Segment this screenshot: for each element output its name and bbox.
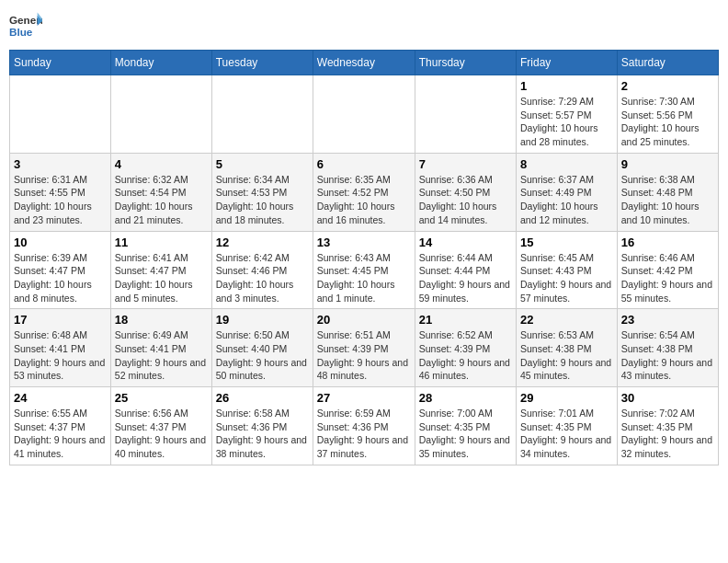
header-sunday: Sunday <box>10 51 111 75</box>
day-info: Sunrise: 6:55 AM Sunset: 4:37 PM Dayligh… <box>14 407 107 461</box>
calendar-cell: 25Sunrise: 6:56 AM Sunset: 4:37 PM Dayli… <box>110 387 211 465</box>
day-number: 7 <box>419 157 512 171</box>
day-number: 2 <box>621 79 714 93</box>
day-number: 26 <box>216 391 309 405</box>
calendar-cell <box>211 75 313 154</box>
day-info: Sunrise: 6:56 AM Sunset: 4:37 PM Dayligh… <box>115 407 208 461</box>
calendar-cell <box>110 75 211 154</box>
day-info: Sunrise: 7:00 AM Sunset: 4:35 PM Dayligh… <box>419 407 512 461</box>
day-number: 6 <box>317 157 411 171</box>
calendar-cell: 24Sunrise: 6:55 AM Sunset: 4:37 PM Dayli… <box>10 387 111 465</box>
header-wednesday: Wednesday <box>313 51 415 75</box>
day-info: Sunrise: 6:41 AM Sunset: 4:47 PM Dayligh… <box>115 251 208 305</box>
day-info: Sunrise: 7:02 AM Sunset: 4:35 PM Dayligh… <box>621 407 714 461</box>
day-number: 9 <box>621 157 714 171</box>
day-number: 13 <box>317 236 411 249</box>
day-info: Sunrise: 6:37 AM Sunset: 4:49 PM Dayligh… <box>520 173 613 227</box>
day-info: Sunrise: 6:31 AM Sunset: 4:55 PM Dayligh… <box>14 173 107 227</box>
week-row-0: 1Sunrise: 7:29 AM Sunset: 5:57 PM Daylig… <box>10 75 719 154</box>
svg-text:Blue: Blue <box>9 26 33 38</box>
day-number: 24 <box>14 391 107 405</box>
calendar-cell: 29Sunrise: 7:01 AM Sunset: 4:35 PM Dayli… <box>516 387 617 465</box>
day-number: 12 <box>216 236 309 249</box>
day-number: 5 <box>216 157 309 171</box>
calendar-cell: 3Sunrise: 6:31 AM Sunset: 4:55 PM Daylig… <box>10 153 111 231</box>
day-info: Sunrise: 6:39 AM Sunset: 4:47 PM Dayligh… <box>14 251 107 305</box>
logo: General Blue <box>9 9 42 42</box>
calendar-cell: 12Sunrise: 6:42 AM Sunset: 4:46 PM Dayli… <box>211 231 313 309</box>
calendar-cell: 15Sunrise: 6:45 AM Sunset: 4:43 PM Dayli… <box>516 231 617 309</box>
day-info: Sunrise: 6:36 AM Sunset: 4:50 PM Dayligh… <box>419 173 512 227</box>
day-info: Sunrise: 6:54 AM Sunset: 4:38 PM Dayligh… <box>621 328 714 383</box>
calendar-cell: 5Sunrise: 6:34 AM Sunset: 4:53 PM Daylig… <box>211 153 313 231</box>
day-info: Sunrise: 6:32 AM Sunset: 4:54 PM Dayligh… <box>115 173 208 227</box>
calendar-cell: 2Sunrise: 7:30 AM Sunset: 5:56 PM Daylig… <box>617 75 718 154</box>
calendar-cell: 6Sunrise: 6:35 AM Sunset: 4:52 PM Daylig… <box>313 153 415 231</box>
calendar-cell: 10Sunrise: 6:39 AM Sunset: 4:47 PM Dayli… <box>10 231 111 309</box>
day-number: 25 <box>115 391 208 405</box>
calendar-cell: 18Sunrise: 6:49 AM Sunset: 4:41 PM Dayli… <box>110 309 211 387</box>
day-number: 18 <box>115 313 208 327</box>
calendar-cell: 9Sunrise: 6:38 AM Sunset: 4:48 PM Daylig… <box>617 153 718 231</box>
header-friday: Friday <box>516 51 617 75</box>
day-info: Sunrise: 6:59 AM Sunset: 4:36 PM Dayligh… <box>317 407 411 461</box>
calendar-cell: 27Sunrise: 6:59 AM Sunset: 4:36 PM Dayli… <box>313 387 415 465</box>
day-info: Sunrise: 6:46 AM Sunset: 4:42 PM Dayligh… <box>621 251 714 305</box>
calendar-cell: 20Sunrise: 6:51 AM Sunset: 4:39 PM Dayli… <box>313 309 415 387</box>
day-number: 17 <box>14 313 107 327</box>
calendar-cell: 23Sunrise: 6:54 AM Sunset: 4:38 PM Dayli… <box>617 309 718 387</box>
day-info: Sunrise: 6:44 AM Sunset: 4:44 PM Dayligh… <box>419 251 512 305</box>
day-number: 8 <box>520 157 613 171</box>
day-number: 23 <box>621 313 714 327</box>
header-tuesday: Tuesday <box>211 51 313 75</box>
day-info: Sunrise: 7:30 AM Sunset: 5:56 PM Dayligh… <box>621 95 714 149</box>
day-number: 15 <box>520 236 613 249</box>
calendar-cell: 19Sunrise: 6:50 AM Sunset: 4:40 PM Dayli… <box>211 309 313 387</box>
page-header: General Blue <box>9 9 719 42</box>
calendar-cell: 22Sunrise: 6:53 AM Sunset: 4:38 PM Dayli… <box>516 309 617 387</box>
calendar-cell: 17Sunrise: 6:48 AM Sunset: 4:41 PM Dayli… <box>10 309 111 387</box>
calendar-table: SundayMondayTuesdayWednesdayThursdayFrid… <box>9 50 719 465</box>
day-number: 28 <box>419 391 512 405</box>
day-info: Sunrise: 6:53 AM Sunset: 4:38 PM Dayligh… <box>520 328 613 383</box>
calendar-cell: 21Sunrise: 6:52 AM Sunset: 4:39 PM Dayli… <box>415 309 516 387</box>
calendar-cell: 1Sunrise: 7:29 AM Sunset: 5:57 PM Daylig… <box>516 75 617 154</box>
day-number: 21 <box>419 313 512 327</box>
day-number: 10 <box>14 236 107 249</box>
day-info: Sunrise: 6:42 AM Sunset: 4:46 PM Dayligh… <box>216 251 309 305</box>
calendar-cell: 11Sunrise: 6:41 AM Sunset: 4:47 PM Dayli… <box>110 231 211 309</box>
calendar-cell <box>313 75 415 154</box>
calendar-cell: 8Sunrise: 6:37 AM Sunset: 4:49 PM Daylig… <box>516 153 617 231</box>
calendar-header-row: SundayMondayTuesdayWednesdayThursdayFrid… <box>10 51 719 75</box>
day-info: Sunrise: 6:35 AM Sunset: 4:52 PM Dayligh… <box>317 173 411 227</box>
calendar-cell: 14Sunrise: 6:44 AM Sunset: 4:44 PM Dayli… <box>415 231 516 309</box>
day-info: Sunrise: 6:38 AM Sunset: 4:48 PM Dayligh… <box>621 173 714 227</box>
day-number: 20 <box>317 313 411 327</box>
calendar-cell: 28Sunrise: 7:00 AM Sunset: 4:35 PM Dayli… <box>415 387 516 465</box>
day-number: 11 <box>115 236 208 249</box>
day-number: 30 <box>621 391 714 405</box>
day-info: Sunrise: 6:52 AM Sunset: 4:39 PM Dayligh… <box>419 328 512 383</box>
day-number: 4 <box>115 157 208 171</box>
header-monday: Monday <box>110 51 211 75</box>
day-number: 27 <box>317 391 411 405</box>
day-number: 16 <box>621 236 714 249</box>
day-info: Sunrise: 7:29 AM Sunset: 5:57 PM Dayligh… <box>520 95 613 149</box>
header-saturday: Saturday <box>617 51 718 75</box>
day-info: Sunrise: 6:51 AM Sunset: 4:39 PM Dayligh… <box>317 328 411 383</box>
day-info: Sunrise: 6:49 AM Sunset: 4:41 PM Dayligh… <box>115 328 208 383</box>
header-thursday: Thursday <box>415 51 516 75</box>
day-info: Sunrise: 6:58 AM Sunset: 4:36 PM Dayligh… <box>216 407 309 461</box>
week-row-4: 24Sunrise: 6:55 AM Sunset: 4:37 PM Dayli… <box>10 387 719 465</box>
day-number: 3 <box>14 157 107 171</box>
day-info: Sunrise: 7:01 AM Sunset: 4:35 PM Dayligh… <box>520 407 613 461</box>
week-row-2: 10Sunrise: 6:39 AM Sunset: 4:47 PM Dayli… <box>10 231 719 309</box>
calendar-cell: 16Sunrise: 6:46 AM Sunset: 4:42 PM Dayli… <box>617 231 718 309</box>
day-number: 22 <box>520 313 613 327</box>
day-number: 29 <box>520 391 613 405</box>
calendar-cell: 26Sunrise: 6:58 AM Sunset: 4:36 PM Dayli… <box>211 387 313 465</box>
day-number: 1 <box>520 79 613 93</box>
week-row-1: 3Sunrise: 6:31 AM Sunset: 4:55 PM Daylig… <box>10 153 719 231</box>
day-info: Sunrise: 6:34 AM Sunset: 4:53 PM Dayligh… <box>216 173 309 227</box>
calendar-cell <box>10 75 111 154</box>
